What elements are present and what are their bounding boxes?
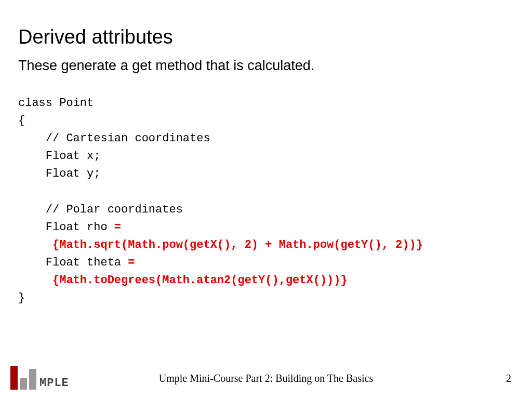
code-line: class Point [18,97,94,110]
slide-subtitle: These generate a get method that is calc… [18,58,514,74]
code-line: Float y; [18,167,100,180]
code-line: Float rho [18,221,114,234]
code-line: // Cartesian coordinates [18,132,210,145]
code-line: Float theta [18,256,128,269]
code-line: // Polar coordinates [18,203,183,216]
code-line: Float x; [18,150,100,163]
code-highlight: {Math.toDegrees(Math.atan2(getY(),getX()… [18,274,348,287]
code-highlight: {Math.sqrt(Math.pow(getX(), 2) + Math.po… [18,238,423,251]
code-highlight: = [114,221,121,234]
code-line: } [18,291,25,304]
slide-content: Derived attributes These generate a get … [0,0,532,307]
code-highlight: = [128,256,135,269]
page-number: 2 [506,373,511,384]
footer-caption: Umple Mini-Course Part 2: Building on Th… [0,373,532,384]
slide-footer: MPLE Umple Mini-Course Part 2: Building … [0,364,532,390]
code-block: class Point { // Cartesian coordinates F… [18,95,514,307]
code-line: { [18,114,25,127]
slide-title: Derived attributes [18,26,514,48]
